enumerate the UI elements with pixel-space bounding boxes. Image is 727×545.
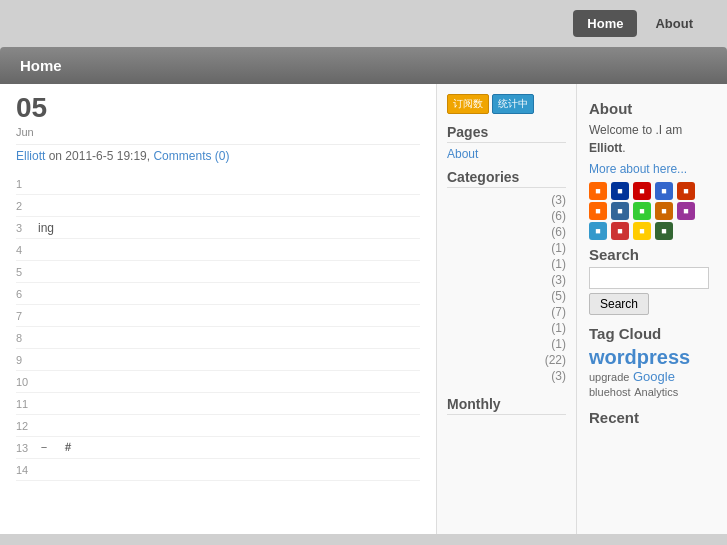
category-item: (6) <box>447 224 566 240</box>
list-item: 5 <box>16 261 420 283</box>
list-item: 4 <box>16 239 420 261</box>
category-item: (3) <box>447 272 566 288</box>
top-navigation: Home About <box>0 0 727 47</box>
list-item: 8 <box>16 327 420 349</box>
feed-stat-badge: 统计中 <box>492 94 534 114</box>
post-author-link[interactable]: Elliott <box>16 149 45 163</box>
digg-icon[interactable]: ■ <box>611 202 629 220</box>
pages-about-link[interactable]: About <box>447 147 566 161</box>
main-wrapper: 05 Jun Elliott on 2011-6-5 19:19, Commen… <box>0 84 727 534</box>
post-date-text: on 2011-6-5 19:19, <box>49 149 150 163</box>
middle-sidebar: 订阅数 统计中 Pages About Categories (3) (6) (… <box>437 84 577 534</box>
category-item: (22) <box>447 352 566 368</box>
tag-bluehost[interactable]: bluehost <box>589 386 631 398</box>
category-item: (1) <box>447 320 566 336</box>
about-text: Welcome to .I am Elliott. <box>589 121 715 157</box>
category-item: (6) <box>447 208 566 224</box>
about-nav-button[interactable]: About <box>641 10 707 37</box>
list-item: 11 <box>16 393 420 415</box>
category-item: (7) <box>447 304 566 320</box>
list-item: 9 <box>16 349 420 371</box>
search-input[interactable] <box>589 267 709 289</box>
category-item: (1) <box>447 256 566 272</box>
list-item: 7 <box>16 305 420 327</box>
pages-section-title: Pages <box>447 124 566 143</box>
delicious-icon[interactable]: ■ <box>611 182 629 200</box>
date-number: 05 <box>16 94 47 122</box>
list-item: 3ing <box>16 217 420 239</box>
categories-section-title: Categories <box>447 169 566 188</box>
category-item: (1) <box>447 240 566 256</box>
search-section-title: Search <box>589 246 715 263</box>
post-list: 1 2 3ing 4 5 6 7 8 9 <box>16 173 420 481</box>
feed-count-badge: 订阅数 <box>447 94 489 114</box>
search-button[interactable]: Search <box>589 293 649 315</box>
header-title: Home <box>20 57 62 74</box>
monthly-section-title: Monthly <box>447 396 566 415</box>
social-icons-grid: ■ ■ ■ ■ ■ ■ ■ ■ ■ ■ ■ ■ ■ ■ <box>589 182 715 240</box>
post-meta: Elliott on 2011-6-5 19:19, Comments (0) <box>16 144 420 163</box>
date-month: Jun <box>16 126 47 138</box>
content-area: 05 Jun Elliott on 2011-6-5 19:19, Commen… <box>0 84 437 534</box>
right-sidebar: About Welcome to .I am Elliott. More abo… <box>577 84 727 534</box>
list-item: 1 <box>16 173 420 195</box>
category-item: (3) <box>447 192 566 208</box>
category-item: (1) <box>447 336 566 352</box>
buzz-icon[interactable]: ■ <box>633 222 651 240</box>
newsvine-icon[interactable]: ■ <box>655 202 673 220</box>
about-section-title: About <box>589 100 715 117</box>
list-item: 2 <box>16 195 420 217</box>
technorati-icon[interactable]: ■ <box>677 202 695 220</box>
twitter-icon[interactable]: ■ <box>589 222 607 240</box>
list-item: 13－ ＃ <box>16 437 420 459</box>
category-item: (5) <box>447 288 566 304</box>
tag-wordpress[interactable]: wordpress <box>589 346 715 369</box>
list-item: 14 <box>16 459 420 481</box>
list-item: 12 <box>16 415 420 437</box>
facebook-icon[interactable]: ■ <box>655 182 673 200</box>
tag-cloud: wordpress upgrade Google bluehost Analyt… <box>589 346 715 399</box>
list-item: 6 <box>16 283 420 305</box>
feed-badges: 订阅数 统计中 <box>447 94 566 114</box>
stumbleupon-icon[interactable]: ■ <box>677 182 695 200</box>
date-container: 05 Jun <box>16 94 47 138</box>
about-text-name: Elliott <box>589 141 622 155</box>
rss2-icon[interactable]: ■ <box>589 202 607 220</box>
tagcloud-section-title: Tag Cloud <box>589 325 715 342</box>
more-about-link[interactable]: More about here... <box>589 162 687 176</box>
tag-google[interactable]: Google <box>633 369 675 384</box>
home-nav-button[interactable]: Home <box>573 10 637 37</box>
about-text-period: . <box>622 141 625 155</box>
recent-section-title: Recent <box>589 409 715 426</box>
rss-icon[interactable]: ■ <box>589 182 607 200</box>
linkedin-icon[interactable]: ■ <box>655 222 673 240</box>
google-icon[interactable]: ■ <box>633 202 651 220</box>
youtube-icon[interactable]: ■ <box>611 222 629 240</box>
date-block: 05 Jun <box>16 94 420 138</box>
about-text-intro: Welcome to .I am <box>589 123 682 137</box>
tag-upgrade[interactable]: upgrade <box>589 371 629 383</box>
post-comments-link[interactable]: Comments (0) <box>153 149 229 163</box>
tag-analytics[interactable]: Analytics <box>634 386 678 398</box>
header-bar: Home <box>0 47 727 84</box>
list-item: 10 <box>16 371 420 393</box>
category-item: (3) <box>447 368 566 384</box>
reddit-icon[interactable]: ■ <box>633 182 651 200</box>
